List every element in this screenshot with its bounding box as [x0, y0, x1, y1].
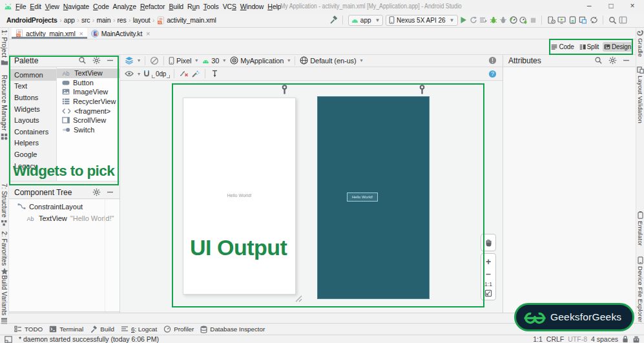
- maximize-button[interactable]: □: [601, 0, 621, 12]
- palette-item[interactable]: ScrollView: [57, 116, 119, 125]
- tab-mainactivity-kt[interactable]: MainActivity.kt ×: [87, 28, 154, 39]
- minimize-panel-icon[interactable]: [623, 57, 630, 64]
- gear-icon[interactable]: [92, 188, 101, 196]
- code-mode-button[interactable]: Code: [550, 42, 575, 52]
- menu-item[interactable]: Window: [240, 3, 264, 10]
- palette-item[interactable]: ImageView: [57, 87, 119, 97]
- tool-window-button[interactable]: Database Inspector: [200, 326, 265, 333]
- breadcrumb-layout[interactable]: layout: [133, 16, 151, 24]
- device-select[interactable]: Nexus 5X API 26▼: [386, 15, 458, 26]
- gradle-daemon-icon[interactable]: [632, 336, 640, 343]
- help-icon[interactable]: ?: [488, 70, 497, 78]
- indent-setting[interactable]: 4 spaces: [591, 335, 618, 343]
- breadcrumb-app[interactable]: app: [64, 16, 75, 24]
- menu-item[interactable]: Help: [267, 3, 281, 10]
- api-version-select[interactable]: 30 ▾: [202, 57, 225, 65]
- ide-settings-button[interactable]: [619, 16, 627, 24]
- layout-inspector-button[interactable]: [579, 16, 587, 24]
- palette-item[interactable]: <fragment>: [57, 106, 119, 116]
- file-encoding[interactable]: UTF-8: [568, 335, 587, 343]
- search-everywhere-button[interactable]: [608, 16, 617, 25]
- gear-icon[interactable]: [608, 56, 617, 65]
- close-tab-icon[interactable]: ×: [79, 30, 83, 37]
- design-preview[interactable]: Hello World!: [183, 98, 296, 295]
- tool-button-gradle[interactable]: Gradle: [636, 29, 644, 57]
- tool-window-button[interactable]: Build: [90, 326, 114, 333]
- gear-icon[interactable]: [92, 56, 101, 65]
- view-options-button[interactable]: ▾: [125, 70, 140, 77]
- menu-item[interactable]: Build: [169, 3, 183, 10]
- palette-category[interactable]: Widgets: [9, 103, 56, 115]
- menu-item[interactable]: Navigate: [63, 3, 89, 10]
- tool-window-switcher-icon[interactable]: [5, 336, 12, 343]
- scrollbar-track[interactable]: [105, 200, 105, 311]
- caret-position[interactable]: 1:1: [533, 335, 543, 343]
- close-tab-icon[interactable]: ×: [146, 30, 150, 37]
- breadcrumb-file[interactable]: activity_main.xml: [167, 16, 216, 24]
- infer-constraints-button[interactable]: [191, 70, 200, 78]
- menu-item[interactable]: Edit: [30, 3, 41, 10]
- design-surface-icon[interactable]: [125, 56, 134, 65]
- run-configuration-select[interactable]: app▼: [348, 15, 384, 26]
- minimize-button[interactable]: –: [579, 0, 599, 12]
- debug-button[interactable]: [490, 16, 497, 24]
- palette-category[interactable]: Text: [9, 81, 56, 92]
- locale-select[interactable]: Default (en-us) ▾: [300, 56, 362, 65]
- breadcrumb-src[interactable]: src: [81, 16, 90, 24]
- menu-item[interactable]: Refactor: [140, 3, 165, 10]
- device-manager-button[interactable]: [547, 16, 556, 24]
- apply-changes-button[interactable]: [470, 16, 477, 24]
- palette-category[interactable]: Containers: [9, 126, 56, 138]
- avd-manager-button[interactable]: [568, 16, 577, 24]
- palette-item[interactable]: Switch: [57, 125, 119, 135]
- breadcrumb-main[interactable]: main: [96, 16, 110, 24]
- pack-guidelines-button[interactable]: [211, 70, 219, 78]
- menu-item[interactable]: Run: [187, 3, 200, 10]
- clear-constraints-button[interactable]: [180, 70, 189, 78]
- tool-button-emulator[interactable]: Emulator: [636, 211, 644, 246]
- run-button[interactable]: [460, 16, 467, 24]
- palette-category[interactable]: Google: [9, 149, 56, 160]
- menu-item[interactable]: Code: [93, 3, 109, 10]
- breadcrumb-res[interactable]: res: [118, 16, 127, 24]
- tab-activity-main-xml[interactable]: </> activity_main.xml ×: [12, 28, 87, 39]
- tool-window-button[interactable]: Terminal: [49, 326, 83, 333]
- menu-item[interactable]: VCS: [223, 3, 236, 10]
- lock-icon[interactable]: [622, 335, 628, 343]
- palette-category[interactable]: Layouts: [9, 114, 56, 126]
- stop-button[interactable]: [530, 17, 537, 24]
- search-icon[interactable]: [78, 56, 87, 65]
- tool-button-favorites[interactable]: 2: Favorites: [0, 231, 8, 275]
- build-hammer-icon[interactable]: [329, 16, 338, 25]
- apply-code-changes-button[interactable]: [479, 16, 487, 24]
- breadcrumb-project[interactable]: AndroidProjects: [6, 16, 57, 24]
- design-canvas[interactable]: Hello World! Hello World! + – 1:1: [120, 81, 503, 313]
- palette-item[interactable]: Ab TextView: [57, 68, 119, 78]
- palette-category[interactable]: Buttons: [9, 92, 56, 103]
- tool-button-layout-validation[interactable]: Layout Validation: [636, 67, 644, 123]
- search-icon[interactable]: [594, 56, 603, 65]
- gradle-sync-button[interactable]: [590, 16, 598, 24]
- tool-button-structure[interactable]: 7: Structure: [0, 183, 8, 227]
- device-for-preview-select[interactable]: Pixel ▾: [169, 57, 198, 65]
- attach-debugger-button[interactable]: [499, 16, 507, 24]
- palette-item[interactable]: Button: [57, 78, 119, 88]
- palette-category[interactable]: Common: [9, 69, 56, 81]
- panel-splitter[interactable]: [9, 181, 119, 186]
- blueprint-textview[interactable]: Hello World!: [347, 192, 378, 202]
- zoom-in-button[interactable]: +: [486, 256, 491, 267]
- tree-item-constraintlayout[interactable]: ConstraintLayout: [9, 202, 119, 211]
- palette-item[interactable]: RecyclerView: [57, 97, 119, 107]
- tree-item-textview[interactable]: Ab TextView "Hello World!": [9, 213, 119, 223]
- canvas-resize-handle[interactable]: [293, 293, 302, 302]
- profile-button[interactable]: [510, 16, 517, 24]
- zoom-reset-button[interactable]: 1:1: [484, 281, 492, 287]
- menu-item[interactable]: File: [16, 3, 26, 10]
- running-devices-button[interactable]: [557, 16, 566, 24]
- line-ending[interactable]: CRLF: [546, 335, 564, 343]
- default-margin-select[interactable]: 0dp: [153, 70, 169, 78]
- split-mode-button[interactable]: Split: [578, 42, 600, 52]
- menu-item[interactable]: Analyze: [113, 3, 136, 10]
- tool-button-device-file-explorer[interactable]: Device File Explorer: [636, 256, 644, 322]
- theme-select[interactable]: MyApplication ▾: [230, 56, 290, 65]
